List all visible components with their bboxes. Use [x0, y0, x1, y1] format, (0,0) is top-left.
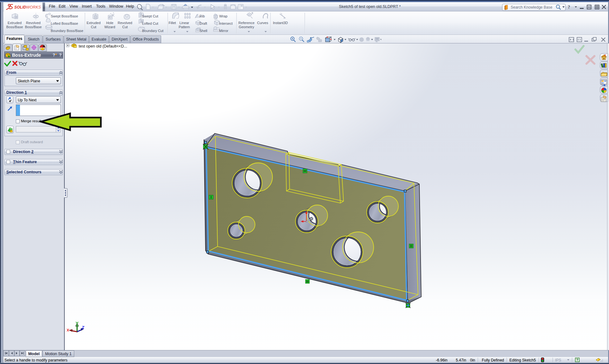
svg-text:?: ?	[568, 4, 570, 10]
svg-text:test open old (Default<<D...: test open old (Default<<D...	[79, 44, 127, 48]
svg-text:WORKS: WORKS	[26, 5, 41, 10]
svg-text:?: ?	[576, 358, 579, 362]
svg-text:SOLID: SOLID	[14, 5, 26, 10]
